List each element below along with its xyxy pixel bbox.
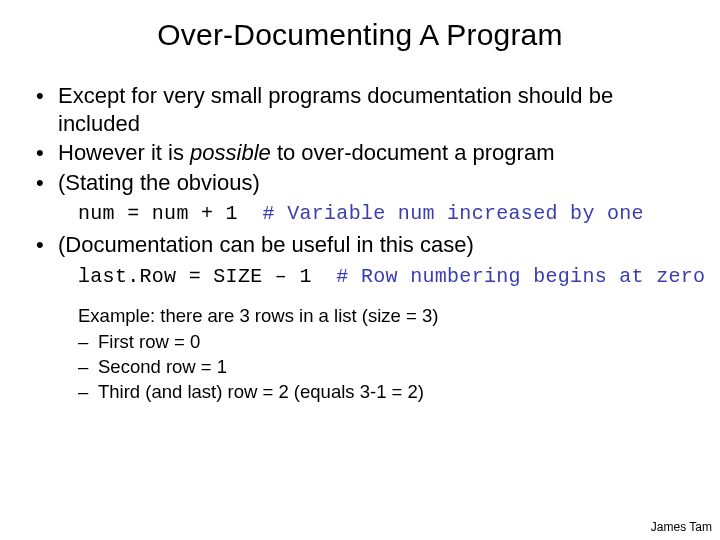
example-item: Third (and last) row = 2 (equals 3-1 = 2… — [78, 380, 690, 405]
bullet-list: (Documentation can be useful in this cas… — [30, 231, 690, 259]
code-statement: num = num + 1 — [78, 202, 263, 225]
example-block: Example: there are 3 rows in a list (siz… — [78, 304, 690, 406]
example-item: Second row = 1 — [78, 355, 690, 380]
bullet-text-part: to over-document a program — [271, 140, 555, 165]
bullet-list: Except for very small programs documenta… — [30, 82, 690, 196]
code-comment: # Row numbering begins at zero — [336, 265, 705, 288]
slide: Over-Documenting A Program Except for ve… — [0, 0, 720, 540]
bullet-text-italic: possible — [190, 140, 271, 165]
bullet-text: (Documentation can be useful in this cas… — [58, 232, 474, 257]
code-block: num = num + 1 # Variable num increased b… — [78, 202, 690, 225]
bullet-text: Except for very small programs documenta… — [58, 83, 613, 136]
example-lead: Example: there are 3 rows in a list (siz… — [78, 304, 690, 329]
bullet-item: (Documentation can be useful in this cas… — [30, 231, 690, 259]
bullet-item: Except for very small programs documenta… — [30, 82, 690, 137]
code-block: last.Row = SIZE – 1 # Row numbering begi… — [78, 265, 690, 288]
slide-title: Over-Documenting A Program — [30, 18, 690, 52]
example-item: First row = 0 — [78, 330, 690, 355]
code-comment: # Variable num increased by one — [263, 202, 644, 225]
code-statement: last.Row = SIZE – 1 — [78, 265, 336, 288]
bullet-text: (Stating the obvious) — [58, 170, 260, 195]
bullet-item: However it is possible to over-document … — [30, 139, 690, 167]
example-list: First row = 0 Second row = 1 Third (and … — [78, 330, 690, 405]
bullet-item: (Stating the obvious) — [30, 169, 690, 197]
bullet-text-part: However it is — [58, 140, 190, 165]
author-footer: James Tam — [651, 520, 712, 534]
